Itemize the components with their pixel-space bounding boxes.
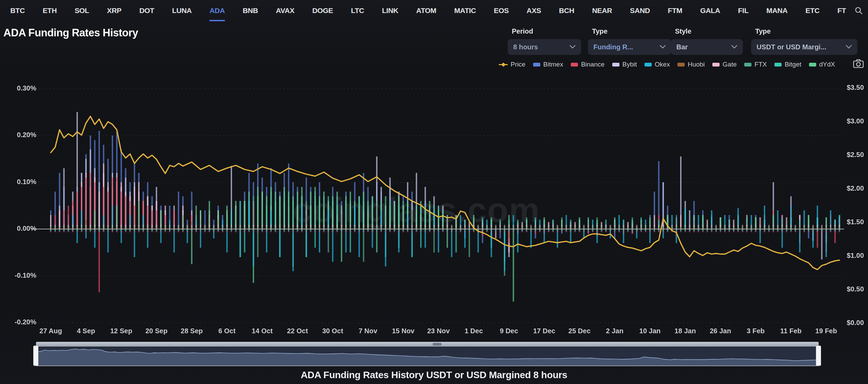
y-right-tick: $2.50 (847, 151, 864, 159)
type-value: Funding R... (593, 43, 633, 51)
legend-label: FTX (755, 61, 767, 68)
legend-item-bitmex[interactable]: Bitmex (533, 61, 563, 68)
y-left-tick: 0.30% (0, 84, 36, 92)
y-left-tick: 0.00% (0, 225, 36, 232)
legend-label: Binance (581, 61, 605, 68)
y-right-tick: $2.00 (847, 184, 864, 192)
legend-item-bitget[interactable]: Bitget (774, 61, 801, 68)
margin-type-label: Type (751, 27, 857, 36)
legend-label: Price (511, 61, 526, 68)
period-value: 8 hours (513, 43, 538, 51)
legend-item-dydx[interactable]: dYdX (809, 61, 835, 68)
legend-swatch-icon (712, 63, 720, 67)
navigator-bottom-border (36, 365, 819, 366)
type-dropdown[interactable]: Funding R... (588, 39, 671, 55)
funding-chart-canvas[interactable] (0, 0, 868, 384)
legend-item-okex[interactable]: Okex (644, 61, 670, 68)
legend-label: Bitget (785, 61, 801, 68)
y-left-tick: -0.10% (0, 272, 36, 279)
legend-swatch-icon (744, 63, 751, 67)
control-period: Period 8 hours (508, 27, 581, 55)
legend-item-bybit[interactable]: Bybit (612, 61, 637, 68)
chart-caption: ADA Funding Rates History USDT or USD Ma… (0, 370, 868, 381)
chevron-down-icon (569, 44, 576, 50)
navigator-scrollbar-track[interactable] (36, 342, 819, 347)
style-dropdown[interactable]: Bar (671, 39, 743, 55)
navigator-left-handle[interactable] (33, 346, 38, 366)
period-label: Period (508, 27, 581, 36)
y-left-tick: 0.10% (0, 178, 36, 186)
legend-item-ftx[interactable]: FTX (744, 61, 767, 68)
y-right-tick: $0.00 (847, 319, 864, 327)
camera-icon[interactable] (853, 59, 864, 68)
legend-label: Huobi (688, 61, 705, 68)
legend-label: Gate (723, 61, 737, 68)
legend-item-binance[interactable]: Binance (571, 61, 605, 68)
legend-item-gate[interactable]: Gate (712, 61, 737, 68)
y-right-tick: $3.00 (847, 117, 864, 125)
legend-label: Okex (655, 61, 670, 68)
legend-item-huobi[interactable]: Huobi (677, 61, 705, 68)
chevron-down-icon (846, 44, 852, 50)
legend-label: dYdX (819, 61, 835, 68)
page: BTCETHSOLXRPDOTLUNAADABNBAVAXDOGELTCLINK… (0, 0, 868, 384)
legend-swatch-icon (809, 63, 816, 67)
legend-label: Bybit (623, 61, 637, 68)
legend-swatch-icon (774, 63, 782, 67)
y-right-tick: $1.50 (847, 218, 864, 226)
chevron-down-icon (660, 44, 666, 50)
control-margin-type: Type USDT or USD Margi... (751, 27, 857, 55)
navigator-scrollbar-thumb[interactable] (433, 343, 442, 346)
period-dropdown[interactable]: 8 hours (508, 39, 581, 55)
y-right-tick: $3.50 (847, 84, 864, 92)
navigator-right-handle[interactable] (816, 346, 821, 366)
x-axis-tick: 19 Feb (806, 327, 847, 335)
style-label: Style (671, 27, 743, 36)
y-left-tick: -0.20% (0, 318, 36, 326)
margin-type-value: USDT or USD Margi... (757, 43, 826, 51)
y-right-tick: $1.00 (847, 252, 864, 260)
y-right-tick: $0.50 (847, 285, 864, 293)
type-label: Type (588, 27, 671, 36)
chevron-down-icon (731, 44, 737, 50)
y-left-tick: 0.20% (0, 131, 36, 139)
control-type: Type Funding R... (588, 27, 671, 55)
price-line-marker-icon (499, 63, 508, 67)
margin-type-dropdown[interactable]: USDT or USD Margi... (751, 39, 857, 55)
legend-swatch-icon (571, 63, 578, 67)
legend-swatch-icon (677, 63, 685, 67)
control-style: Style Bar (671, 27, 743, 55)
legend-swatch-icon (533, 63, 540, 67)
legend-label: Bitmex (543, 61, 563, 68)
legend-swatch-icon (612, 63, 619, 67)
chart-legend: PriceBitmexBinanceBybitOkexHuobiGateFTXB… (499, 59, 835, 70)
legend-swatch-icon (644, 63, 652, 67)
page-title: ADA Funding Rates History (3, 27, 138, 39)
style-value: Bar (676, 43, 688, 51)
legend-item-price[interactable]: Price (499, 61, 526, 68)
